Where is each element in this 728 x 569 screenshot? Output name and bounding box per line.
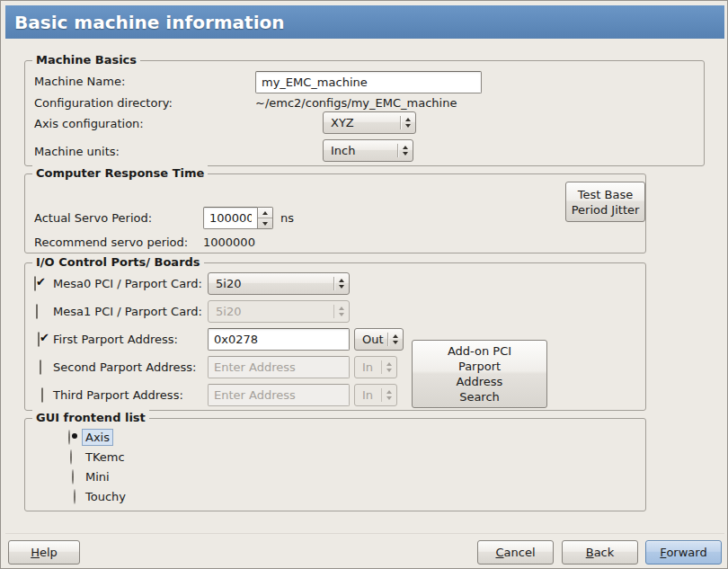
- spin-down-button[interactable]: [258, 218, 272, 228]
- combo-divider: [333, 277, 334, 290]
- servo-period-unit: ns: [280, 210, 294, 226]
- combo-divider: [400, 116, 401, 129]
- radio-mini-label[interactable]: Mini: [85, 469, 110, 485]
- io-ports-frame: I/O Control Ports/ Boards Mesa0 PCI / Pa…: [24, 262, 646, 411]
- dropdown-arrows-icon: [386, 362, 392, 372]
- config-dir-value: ~/emc2/configs/my_EMC_machine: [255, 95, 457, 111]
- combo-divider: [387, 333, 388, 346]
- addon-pci-search-button[interactable]: Add-on PCI Parport Address Search: [412, 340, 547, 408]
- first-parport-direction-value: Out: [362, 332, 384, 347]
- machine-basics-frame: Machine Basics Machine Name: Configurati…: [24, 60, 705, 166]
- recommend-period-label: Recommend servo period:: [34, 235, 188, 250]
- servo-period-input[interactable]: [203, 207, 258, 229]
- radio-tkemc-label[interactable]: TKemc: [85, 449, 125, 465]
- machine-units-value: Inch: [331, 143, 394, 158]
- forward-button-label: Forward: [660, 546, 706, 559]
- dropdown-arrows-icon: [386, 390, 392, 400]
- combo-divider: [397, 144, 398, 157]
- test-base-period-jitter-label: Test Base Period Jitter: [572, 187, 640, 218]
- spin-up-button[interactable]: [258, 208, 272, 218]
- radio-axis-label[interactable]: Axis: [83, 430, 112, 445]
- first-parport-checkbox[interactable]: [38, 332, 40, 347]
- response-time-frame: Computer Response Time Test Base Period …: [24, 173, 646, 253]
- mesa0-label[interactable]: Mesa0 PCI / Parport Card:: [53, 276, 202, 291]
- dropdown-arrows-icon: [405, 118, 411, 128]
- servo-period-stepper[interactable]: [258, 207, 273, 229]
- third-parport-label[interactable]: Third Parport Address:: [53, 387, 183, 403]
- servo-period-spinner[interactable]: [203, 207, 273, 229]
- recommend-period-value: 1000000: [203, 235, 255, 250]
- mesa1-card-select: 5i20: [208, 300, 350, 323]
- addon-pci-search-label: Add-on PCI Parport Address Search: [448, 343, 511, 405]
- response-time-legend: Computer Response Time: [32, 165, 208, 181]
- third-parport-direction-select: In: [354, 384, 397, 406]
- machine-units-label: Machine units:: [34, 144, 120, 159]
- dropdown-arrows-icon: [339, 279, 344, 289]
- mesa1-card-value: 5i20: [216, 304, 330, 319]
- mesa0-card-value: 5i20: [216, 276, 330, 291]
- machine-name-input[interactable]: [255, 71, 482, 93]
- second-parport-address-input: [208, 356, 350, 378]
- first-parport-direction-select[interactable]: Out: [354, 328, 404, 351]
- second-parport-direction-select: In: [354, 356, 397, 378]
- axis-config-label: Axis configuration:: [34, 116, 144, 131]
- third-parport-direction-value: In: [362, 387, 377, 403]
- radio-axis[interactable]: [68, 430, 70, 445]
- machine-units-select[interactable]: Inch: [323, 139, 413, 162]
- machine-basics-legend: Machine Basics: [32, 52, 140, 67]
- mesa1-label[interactable]: Mesa1 PCI / Parport Card:: [53, 304, 202, 319]
- wizard-window: Basic machine information Machine Basics…: [0, 0, 728, 569]
- third-parport-checkbox[interactable]: [41, 387, 43, 403]
- axis-config-value: XYZ: [331, 115, 396, 130]
- combo-divider: [381, 360, 382, 374]
- io-ports-legend: I/O Control Ports/ Boards: [32, 254, 204, 270]
- help-button[interactable]: Help: [8, 540, 80, 565]
- machine-name-label: Machine Name:: [34, 74, 125, 89]
- forward-button[interactable]: Forward: [645, 540, 722, 565]
- cancel-button-label: Cancel: [495, 546, 535, 559]
- back-button[interactable]: Back: [562, 540, 638, 565]
- gui-frontend-frame: GUI frontend list Axis TKemc Mini Touchy: [24, 418, 646, 511]
- radio-tkemc[interactable]: [70, 449, 72, 465]
- mesa0-card-select[interactable]: 5i20: [208, 272, 350, 295]
- dropdown-arrows-icon: [393, 334, 398, 344]
- second-parport-label[interactable]: Second Parport Address:: [53, 360, 196, 375]
- help-button-label: Help: [31, 546, 58, 559]
- first-parport-address-input[interactable]: [208, 328, 350, 351]
- config-dir-label: Configuration directory:: [34, 95, 173, 111]
- radio-mini[interactable]: [72, 469, 74, 485]
- first-parport-label[interactable]: First Parport Address:: [53, 332, 178, 347]
- action-area-separator: [5, 533, 724, 534]
- page-header: Basic machine information: [5, 5, 724, 39]
- axis-config-select[interactable]: XYZ: [323, 111, 416, 134]
- combo-divider: [333, 305, 334, 318]
- second-parport-direction-value: In: [362, 360, 377, 375]
- gui-frontend-legend: GUI frontend list: [32, 410, 149, 425]
- servo-period-label: Actual Servo Period:: [34, 210, 152, 226]
- radio-touchy[interactable]: [74, 489, 75, 504]
- radio-touchy-label[interactable]: Touchy: [85, 489, 126, 504]
- test-base-period-jitter-button[interactable]: Test Base Period Jitter: [565, 182, 645, 222]
- dropdown-arrows-icon: [403, 146, 408, 156]
- back-button-label: Back: [586, 546, 615, 559]
- dropdown-arrows-icon: [339, 307, 344, 316]
- combo-divider: [381, 388, 382, 402]
- second-parport-checkbox[interactable]: [40, 360, 41, 375]
- page-title: Basic machine information: [14, 12, 285, 33]
- third-parport-address-input: [208, 384, 350, 406]
- mesa1-checkbox[interactable]: [36, 304, 38, 319]
- cancel-button[interactable]: Cancel: [477, 540, 554, 565]
- mesa0-checkbox[interactable]: [34, 276, 36, 291]
